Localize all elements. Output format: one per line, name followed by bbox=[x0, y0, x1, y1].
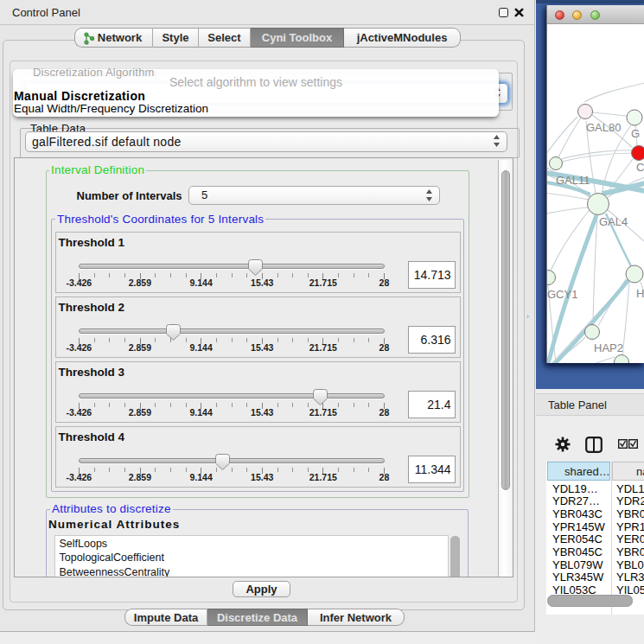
svg-text:H: H bbox=[636, 287, 644, 300]
svg-text:GAL11: GAL11 bbox=[556, 174, 590, 187]
svg-text:GAL80: GAL80 bbox=[586, 121, 621, 134]
svg-text:G: G bbox=[631, 127, 640, 140]
svg-text:C: C bbox=[636, 161, 644, 174]
svg-text:GCY1: GCY1 bbox=[547, 288, 577, 301]
svg-text:HAP2: HAP2 bbox=[594, 341, 623, 354]
svg-text:GAL4: GAL4 bbox=[599, 215, 628, 228]
